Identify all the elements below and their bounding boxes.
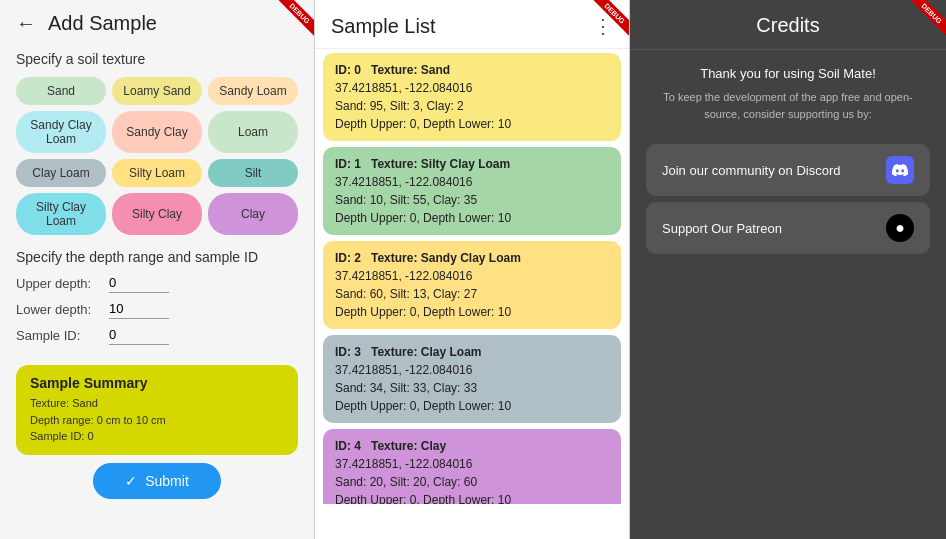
submit-button[interactable]: ✓ Submit bbox=[93, 463, 221, 499]
patreon-link[interactable]: Support Our Patreon ● bbox=[646, 202, 930, 254]
list-item[interactable]: ID: 3 Texture: Clay Loam37.4218851, -122… bbox=[323, 335, 621, 423]
discord-label: Join our community on Discord bbox=[662, 163, 840, 178]
texture-btn-sandy-clay[interactable]: Sandy Clay bbox=[112, 111, 202, 153]
summary-depth: Depth range: 0 cm to 10 cm bbox=[30, 412, 284, 429]
texture-btn-silty-clay-loam[interactable]: Silty Clay Loam bbox=[16, 193, 106, 235]
credits-panel: Credits Thank you for using Soil Mate! T… bbox=[630, 0, 946, 539]
lower-depth-input[interactable] bbox=[109, 299, 169, 319]
summary-texture: Texture: Sand bbox=[30, 395, 284, 412]
sample-summary-box: Sample Summary Texture: Sand Depth range… bbox=[16, 365, 298, 455]
summary-title: Sample Summary bbox=[30, 375, 284, 391]
subtext: To keep the development of the app free … bbox=[630, 89, 946, 138]
list-item[interactable]: ID: 2 Texture: Sandy Clay Loam37.4218851… bbox=[323, 241, 621, 329]
upper-depth-label: Upper depth: bbox=[16, 276, 101, 291]
texture-btn-loamy-sand[interactable]: Loamy Sand bbox=[112, 77, 202, 105]
sample-list-title: Sample List bbox=[331, 15, 436, 38]
add-sample-panel: ← Add Sample Specify a soil texture Sand… bbox=[0, 0, 315, 539]
texture-btn-sandy-clay-loam[interactable]: Sandy Clay Loam bbox=[16, 111, 106, 153]
debug-ribbon-3 bbox=[898, 0, 946, 48]
thanks-text: Thank you for using Soil Mate! bbox=[630, 50, 946, 89]
texture-btn-silty-clay[interactable]: Silty Clay bbox=[112, 193, 202, 235]
lower-depth-label: Lower depth: bbox=[16, 302, 101, 317]
texture-btn-loam[interactable]: Loam bbox=[208, 111, 298, 153]
summary-id: Sample ID: 0 bbox=[30, 428, 284, 445]
texture-btn-silt[interactable]: Silt bbox=[208, 159, 298, 187]
patreon-icon: ● bbox=[886, 214, 914, 242]
credits-title: Credits bbox=[646, 14, 930, 37]
texture-grid: SandLoamy SandSandy LoamSandy Clay LoamS… bbox=[0, 73, 314, 243]
discord-link[interactable]: Join our community on Discord bbox=[646, 144, 930, 196]
page-title: Add Sample bbox=[48, 12, 157, 35]
patreon-label: Support Our Patreon bbox=[662, 221, 782, 236]
upper-depth-row: Upper depth: bbox=[16, 273, 298, 293]
depth-section: Specify the depth range and sample ID Up… bbox=[0, 243, 314, 357]
debug-ribbon bbox=[266, 0, 314, 48]
sample-list-panel: Sample List ⋮ ID: 0 Texture: Sand37.4218… bbox=[315, 0, 630, 539]
lower-depth-row: Lower depth: bbox=[16, 299, 298, 319]
back-arrow-icon[interactable]: ← bbox=[16, 12, 36, 35]
debug-ribbon-2 bbox=[581, 0, 629, 48]
sample-id-row: Sample ID: bbox=[16, 325, 298, 345]
submit-label: Submit bbox=[145, 473, 189, 489]
sample-list: ID: 0 Texture: Sand37.4218851, -122.0840… bbox=[315, 49, 629, 504]
sample-id-input[interactable] bbox=[109, 325, 169, 345]
list-item[interactable]: ID: 4 Texture: Clay37.4218851, -122.0840… bbox=[323, 429, 621, 504]
texture-btn-clay[interactable]: Clay bbox=[208, 193, 298, 235]
texture-btn-clay-loam[interactable]: Clay Loam bbox=[16, 159, 106, 187]
depth-section-title: Specify the depth range and sample ID bbox=[16, 249, 298, 265]
checkmark-icon: ✓ bbox=[125, 473, 137, 489]
discord-icon bbox=[886, 156, 914, 184]
sample-id-label: Sample ID: bbox=[16, 328, 101, 343]
upper-depth-input[interactable] bbox=[109, 273, 169, 293]
list-item[interactable]: ID: 0 Texture: Sand37.4218851, -122.0840… bbox=[323, 53, 621, 141]
list-item[interactable]: ID: 1 Texture: Silty Clay Loam37.4218851… bbox=[323, 147, 621, 235]
texture-btn-sandy-loam[interactable]: Sandy Loam bbox=[208, 77, 298, 105]
texture-btn-sand[interactable]: Sand bbox=[16, 77, 106, 105]
texture-btn-silty-loam[interactable]: Silty Loam bbox=[112, 159, 202, 187]
